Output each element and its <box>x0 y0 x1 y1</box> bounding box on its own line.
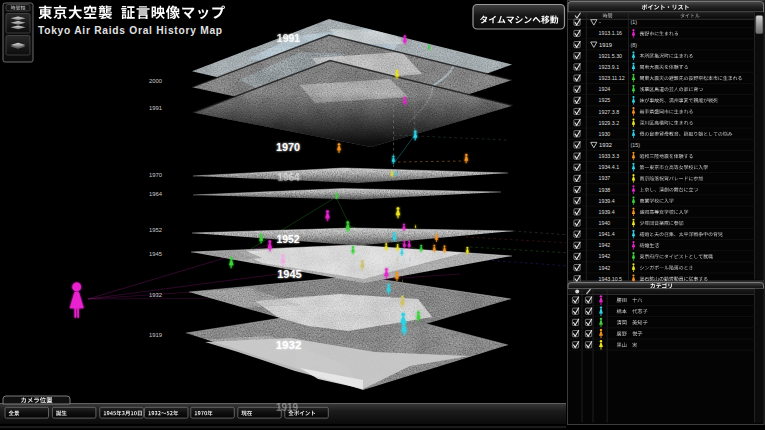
svg-text:1941.4: 1941.4 <box>599 231 615 237</box>
svg-text:1964: 1964 <box>149 191 163 197</box>
svg-text:(15): (15) <box>631 142 641 148</box>
svg-text:1940: 1940 <box>599 220 611 226</box>
svg-text:1923.9.1: 1923.9.1 <box>599 64 620 70</box>
svg-text:1952: 1952 <box>276 234 299 245</box>
svg-text:1934.4.1: 1934.4.1 <box>599 164 620 170</box>
svg-text:1938: 1938 <box>599 187 611 193</box>
svg-text:1939.4: 1939.4 <box>599 209 615 215</box>
svg-text:1937: 1937 <box>599 175 611 181</box>
svg-text:-: - <box>599 19 601 25</box>
svg-text:1970: 1970 <box>149 172 163 178</box>
svg-text:1932: 1932 <box>276 339 302 351</box>
svg-text:1952: 1952 <box>149 227 162 233</box>
svg-text:1930: 1930 <box>599 131 611 137</box>
svg-text:1932: 1932 <box>149 292 162 298</box>
svg-text:1919: 1919 <box>149 332 162 338</box>
svg-text:(1): (1) <box>631 19 638 25</box>
svg-text:1933.3.3: 1933.3.3 <box>599 153 620 159</box>
svg-text:1942: 1942 <box>599 265 611 271</box>
svg-text:1925: 1925 <box>599 97 611 103</box>
svg-text:1939.4: 1939.4 <box>599 198 615 204</box>
svg-text:1919: 1919 <box>276 402 299 413</box>
svg-text:1927.3.8: 1927.3.8 <box>599 109 620 115</box>
svg-text:1991: 1991 <box>277 32 301 44</box>
svg-text:1964: 1964 <box>277 172 300 183</box>
svg-text:1991: 1991 <box>149 105 162 111</box>
svg-text:(8): (8) <box>631 42 638 48</box>
svg-text:Tokyo Air Raids Oral History M: Tokyo Air Raids Oral History Map <box>38 25 223 36</box>
svg-text:1932: 1932 <box>599 142 612 148</box>
svg-text:1923.11.12: 1923.11.12 <box>599 75 625 81</box>
svg-text:1921.5.30: 1921.5.30 <box>599 53 623 59</box>
svg-text:2000: 2000 <box>149 78 163 84</box>
svg-text:1945: 1945 <box>149 251 163 257</box>
svg-text:1929.3.2: 1929.3.2 <box>599 120 620 126</box>
svg-text:1913.1.16: 1913.1.16 <box>599 30 623 36</box>
svg-text:1970: 1970 <box>276 141 300 153</box>
svg-text:1919: 1919 <box>599 42 612 48</box>
svg-text:1945: 1945 <box>277 268 301 280</box>
svg-text:1943.10.5: 1943.10.5 <box>599 276 623 282</box>
svg-text:1942: 1942 <box>599 253 611 259</box>
svg-text:1924: 1924 <box>599 86 611 92</box>
svg-text:1942: 1942 <box>599 242 611 248</box>
